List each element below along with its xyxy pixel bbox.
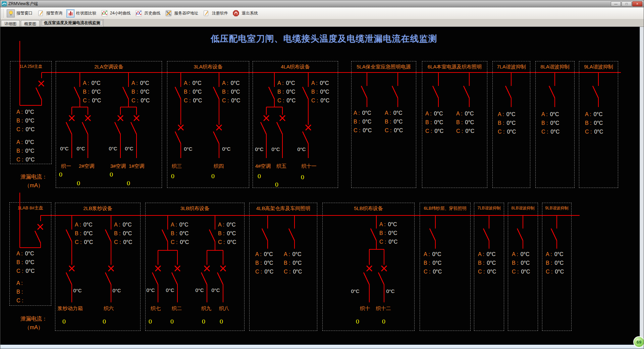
phase-temp-value: 0°C — [264, 269, 273, 275]
phase-temperature-row: C :0°C — [546, 268, 564, 276]
leak-current-value: 0 — [59, 171, 63, 178]
phase-label: C : — [541, 129, 548, 135]
phase-label: C : — [16, 298, 23, 303]
phase-temperature-row: A :0°C — [379, 221, 397, 228]
branch-label: 织二 — [172, 305, 182, 312]
app-icon: ZRM — [2, 1, 7, 6]
phase-temp-value: 0°C — [434, 119, 443, 125]
phase-label: C : — [498, 129, 504, 135]
app-window: ZRM ZRMView客户端 —□× 报警窗口报警查询柱状图比较24小时曲线历史… — [0, 0, 644, 349]
branch-label: 织一 — [61, 163, 71, 169]
phase-temp-value: 0°C — [465, 111, 474, 116]
phase-temp-value: 0°C — [434, 128, 443, 134]
toolbar-button-alarm-window[interactable]: 报警窗口 — [5, 9, 35, 18]
branch-label: 织九 — [201, 305, 211, 312]
branch-label: 织八 — [219, 305, 229, 312]
toolbar-button-label: 退出系统 — [242, 10, 258, 16]
phase-temp-value: 0°C — [25, 148, 35, 154]
phase-temp-value: 0°C — [227, 222, 236, 228]
joint-temp-value: 0°C — [73, 288, 82, 293]
phase-temperature-row: C :0°C — [424, 268, 442, 276]
phase-temperature-row: A :0°C — [541, 111, 559, 118]
phase-label: C : — [478, 269, 485, 275]
phase-label: C : — [184, 98, 191, 103]
scrollbar[interactable] — [640, 27, 644, 345]
tab-overview[interactable]: 概要图 — [21, 20, 40, 27]
phase-temperature-row: A :0°C — [114, 221, 132, 229]
phase-temp-value: 0°C — [388, 221, 397, 227]
phase-temp-value: 0°C — [92, 89, 101, 95]
leak-note: （mA） — [24, 324, 43, 331]
phase-temperature-row: B :0°C — [379, 230, 397, 237]
phase-temperature-row: C :0°C — [16, 126, 35, 133]
phase-label: A : — [222, 80, 228, 86]
phase-temperature-row: B :0°C — [498, 119, 516, 127]
toolbar-button-exit[interactable]: 退出系统 — [231, 9, 261, 18]
phase-temp-value: 0°C — [388, 230, 397, 236]
phase-label: B : — [424, 260, 430, 266]
phase-temp-value: 0°C — [92, 98, 101, 103]
phase-temperature-row: A :0°C — [354, 109, 371, 117]
phase-label: A : — [498, 111, 504, 117]
phase-temp-value: 0°C — [506, 111, 516, 117]
phase-label: C : — [16, 268, 23, 274]
panel-title: 5LB织布设备 — [323, 205, 414, 212]
phase-label: B : — [354, 119, 360, 124]
phase-label: B : — [284, 260, 290, 266]
overlay-badge[interactable]: 69 — [633, 336, 644, 348]
phase-label: A : — [255, 251, 262, 257]
phase-temp-value: 0°C — [521, 251, 530, 257]
phase-temperature-row: B :0°C — [16, 259, 34, 266]
phase-label: A : — [311, 80, 318, 86]
branch-label: 织三 — [172, 163, 182, 169]
phase-label: A : — [75, 222, 81, 228]
phase-temp-value: 0°C — [465, 119, 474, 125]
joint-temp-value: 0°C — [222, 146, 230, 152]
phase-label: A : — [277, 80, 284, 86]
phase-temp-value: 0°C — [487, 251, 496, 257]
phase-label: C : — [131, 98, 138, 103]
maximize-button[interactable]: □ — [622, 1, 632, 6]
svg-text:ZRM: ZRM — [3, 4, 6, 6]
phase-label: C : — [284, 269, 290, 275]
tab-monitor[interactable]: 低压室温度及泄漏电流在线监测 — [41, 19, 104, 27]
leak-current-value: 0 — [149, 318, 152, 325]
phase-label: B : — [385, 119, 391, 124]
toolbar-button-alarm-query[interactable]: 报警查询 — [35, 9, 65, 18]
toolbar-button-server-ip[interactable]: 服务器IP地址 — [163, 9, 201, 18]
phase-temperature-row: C :0°C — [114, 239, 132, 246]
phase-label: C : — [83, 98, 90, 103]
toolbar-button-register[interactable]: 注册软件 — [201, 9, 231, 18]
phase-temperature-row: C :0°C — [16, 267, 35, 275]
pencil-icon — [202, 9, 210, 17]
leak-current-value: 0 — [62, 318, 66, 325]
toolbar-button-label: 24小时曲线 — [110, 10, 130, 16]
toolbar-button-curve-history[interactable]: 历史曲线 — [133, 9, 163, 18]
phase-temp-value: 0°C — [286, 80, 295, 86]
toolbar-button-bar-compare[interactable]: 柱状图比较 — [65, 9, 99, 18]
phase-temp-value: 0°C — [507, 120, 516, 126]
close-button[interactable]: × — [632, 1, 642, 6]
phase-temp-value: 0°C — [25, 259, 35, 265]
tab-detail[interactable]: 详细图 — [1, 20, 20, 27]
leak-current-value: 0 — [275, 181, 279, 188]
phase-temperature-row: C :0°C — [585, 128, 603, 136]
pencil-icon — [37, 9, 45, 17]
phase-temperature-row: C :0°C — [131, 97, 150, 104]
phase-label: B : — [16, 148, 23, 154]
titlebar: ZRM ZRMView客户端 —□× — [0, 0, 644, 7]
joint-temp-value: 0°C — [146, 287, 155, 293]
phase-label: A : — [284, 251, 290, 257]
phase-temperature-row: A :0°C — [75, 221, 93, 229]
phase-temp-value: 0°C — [521, 260, 530, 266]
phase-label: A : — [184, 80, 190, 86]
panel-title: 1LA 25#主盘 — [10, 64, 51, 69]
phase-temperature-row: B :0°C — [311, 88, 329, 96]
panel-4LB: 4LB高架仓库及车间照明 — [249, 203, 317, 331]
phase-label: A : — [456, 111, 463, 116]
phase-temp-value: 0°C — [521, 269, 530, 275]
toolbar-button-curve-24h[interactable]: 24小时曲线 — [99, 9, 133, 18]
phase-label: B : — [131, 89, 138, 95]
phase-temperature-row: A :0°C — [16, 139, 34, 146]
minimize-button[interactable]: — — [611, 1, 621, 6]
